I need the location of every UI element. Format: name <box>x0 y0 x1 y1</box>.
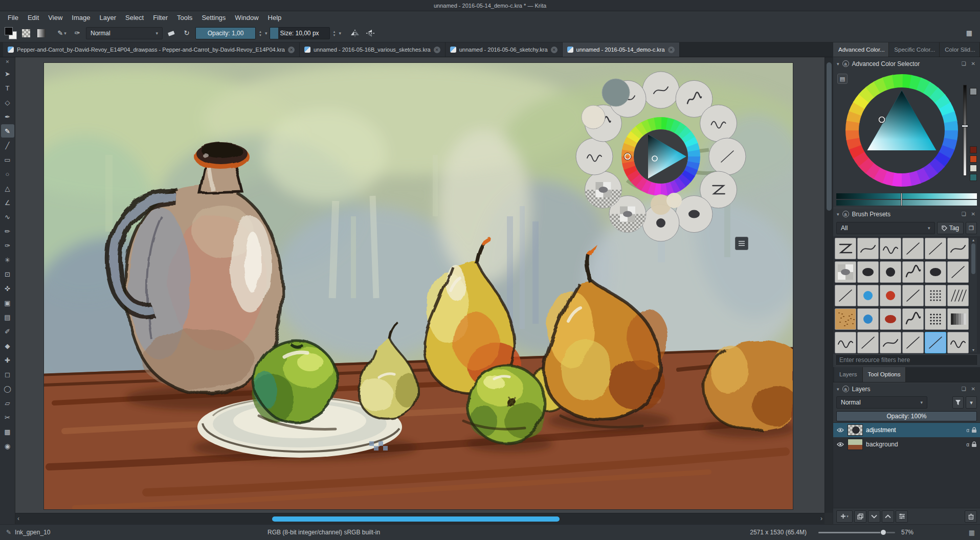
tool-select-freehand[interactable]: ✂ <box>1 411 14 424</box>
brush-preset-chooser-button[interactable]: ✎▾ <box>55 27 69 40</box>
opacity-spinners[interactable]: ▴▾ <box>258 30 263 37</box>
menu-filter[interactable]: Filter <box>148 13 172 22</box>
preset-filter-combo[interactable]: All ▾ <box>836 222 935 234</box>
close-icon[interactable]: ✕ <box>970 61 976 66</box>
shade-bar[interactable] <box>836 193 977 199</box>
brush-preset-7[interactable] <box>857 261 879 283</box>
dock-tab-advanced-color[interactable]: Advanced Color... <box>833 42 889 57</box>
foreground-color-swatch[interactable] <box>5 27 13 35</box>
delete-layer-button[interactable] <box>965 510 977 523</box>
dock-tab-layers[interactable]: Layers <box>834 367 863 382</box>
layer-properties-button[interactable] <box>896 510 908 523</box>
layer-visibility-icon[interactable] <box>836 442 844 447</box>
color-swatch[interactable] <box>970 174 977 181</box>
tool-dynamic-brush[interactable]: ✑ <box>1 239 14 252</box>
tool-freehand-path[interactable]: ✏ <box>1 224 14 238</box>
tool-edit-shapes[interactable]: ◇ <box>1 96 14 109</box>
gradient-chooser-button[interactable] <box>35 27 48 40</box>
edit-brush-settings-button[interactable]: ✑ <box>71 27 84 40</box>
document-tab-1[interactable]: unnamed - 2016-05-16B_various_sketches.k… <box>300 42 446 57</box>
close-icon[interactable]: ✕ <box>970 211 976 217</box>
color-wheel[interactable] <box>844 73 959 188</box>
collapse-icon[interactable]: ▾ <box>837 387 839 392</box>
menu-image[interactable]: Image <box>67 13 95 22</box>
document-tab-3[interactable]: unnamed - 2016-05-14_demo-c.kra✕ <box>563 42 680 57</box>
tool-transform[interactable]: ⊡ <box>1 267 14 281</box>
fg-bg-color-selector[interactable] <box>4 27 17 40</box>
tool-shape-select[interactable]: ➤ <box>1 67 14 80</box>
tool-bezier-curve[interactable]: ∿ <box>1 210 14 223</box>
blending-mode-combo[interactable]: Normal▾ <box>86 27 163 39</box>
tool-freehand-brush[interactable]: ✎ <box>1 124 14 138</box>
tool-polyline[interactable]: ∠ <box>1 196 14 209</box>
chevron-down-icon[interactable]: ▾ <box>265 31 268 36</box>
brush-preset-0[interactable] <box>835 238 856 259</box>
layer-status-icons[interactable]: α <box>966 427 977 433</box>
move-layer-down-button[interactable] <box>868 510 880 523</box>
chevron-down-icon[interactable]: ▾ <box>339 31 342 36</box>
color-swatch[interactable] <box>970 88 977 95</box>
duplicate-layer-button[interactable] <box>854 510 866 523</box>
brush-preset-20[interactable] <box>880 308 901 330</box>
shade-selector[interactable] <box>833 192 980 208</box>
brush-preset-21[interactable] <box>902 308 924 330</box>
tool-select-polygonal[interactable]: ▱ <box>1 396 14 410</box>
tool-select-elliptical[interactable]: ◯ <box>1 382 14 395</box>
brush-preset-12[interactable] <box>835 285 856 306</box>
brush-preset-11[interactable] <box>947 261 969 283</box>
menu-edit[interactable]: Edit <box>23 13 43 22</box>
toolbox-close-icon[interactable]: ✕ <box>0 57 15 66</box>
layer-opacity-slider[interactable]: Opacity: 100% <box>836 411 977 421</box>
brush-size-slider[interactable]: Size: 10,00 px <box>270 27 330 39</box>
tool-multibrush[interactable]: ✳ <box>1 253 14 266</box>
brush-preset-6[interactable] <box>835 261 856 283</box>
menu-view[interactable]: View <box>43 13 67 22</box>
document-tab-2[interactable]: unnamed - 2016-05-06_sketchy.kra✕ <box>446 42 563 57</box>
tool-text[interactable]: T <box>1 81 14 95</box>
tag-button[interactable]: Tag <box>937 222 964 234</box>
brush-preset-2[interactable] <box>880 238 901 259</box>
color-swatch[interactable] <box>970 165 977 172</box>
collapse-icon[interactable]: ▾ <box>837 212 839 217</box>
brush-preset-1[interactable] <box>857 238 879 259</box>
shade-bar[interactable] <box>836 200 977 206</box>
layer-options-button[interactable]: ▾ <box>966 396 977 409</box>
brush-preset-27[interactable] <box>902 332 924 353</box>
brush-preset-29[interactable] <box>947 332 969 353</box>
brush-preset-16[interactable] <box>925 285 946 306</box>
brush-preset-25[interactable] <box>857 332 879 353</box>
layer-visibility-icon[interactable] <box>836 428 844 433</box>
horizontal-scroll-thumb[interactable] <box>272 516 560 522</box>
tool-zoom[interactable]: ◉ <box>1 439 14 453</box>
value-strip-handle[interactable] <box>962 125 968 127</box>
tool-assistants[interactable]: ✚ <box>1 353 14 367</box>
menu-select[interactable]: Select <box>121 13 148 22</box>
move-layer-up-button[interactable] <box>882 510 894 523</box>
tool-crop[interactable]: ▣ <box>1 296 14 309</box>
brush-preset-10[interactable] <box>925 261 946 283</box>
tool-color-sampler[interactable]: ✐ <box>1 325 14 338</box>
add-layer-button[interactable]: ▾ <box>836 510 853 523</box>
pattern-chooser-button[interactable] <box>19 27 33 40</box>
brush-preset-26[interactable] <box>880 332 901 353</box>
tool-fill[interactable]: ◆ <box>1 339 14 352</box>
popup-palette[interactable] <box>573 69 749 244</box>
collapse-icon[interactable]: ▾ <box>837 61 839 66</box>
tab-close-icon[interactable]: ✕ <box>668 47 675 53</box>
size-spinners[interactable]: ▴▾ <box>332 30 337 37</box>
reload-preset-button[interactable]: ↻ <box>180 27 193 40</box>
tool-rectangle[interactable]: ▭ <box>1 153 14 166</box>
layer-blend-combo[interactable]: Normal ▾ <box>836 396 927 409</box>
brush-preset-8[interactable] <box>880 261 901 283</box>
value-strip[interactable] <box>963 85 967 176</box>
import-resource-button[interactable]: ❐ <box>966 222 977 234</box>
menu-help[interactable]: Help <box>263 13 286 22</box>
document-tab-0[interactable]: Pepper-and-Carrot_by-David-Revoy_E14P04_… <box>3 42 300 57</box>
brush-preset-13[interactable] <box>857 285 879 306</box>
scroll-up-icon[interactable]: ▴ <box>972 238 974 242</box>
tab-close-icon[interactable]: ✕ <box>551 47 558 53</box>
tab-close-icon[interactable]: ✕ <box>434 47 440 53</box>
color-swatch[interactable] <box>970 146 977 153</box>
color-swatch[interactable] <box>970 155 977 163</box>
brush-preset-19[interactable] <box>857 308 879 330</box>
